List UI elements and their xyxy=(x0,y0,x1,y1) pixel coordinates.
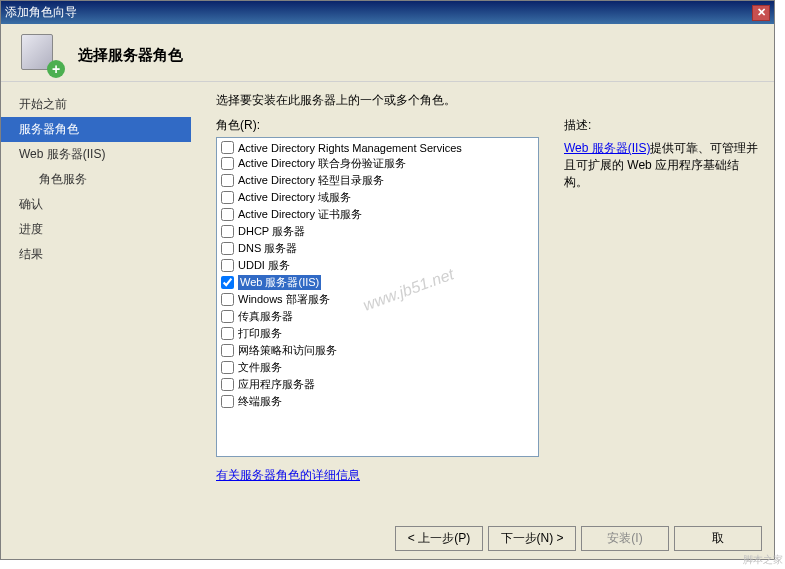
main-panel: 选择要安装在此服务器上的一个或多个角色。 角色(R): Active Direc… xyxy=(191,82,774,522)
more-info-link[interactable]: 有关服务器角色的详细信息 xyxy=(216,467,539,484)
role-label: 传真服务器 xyxy=(238,309,293,324)
header: + 选择服务器角色 xyxy=(1,24,774,82)
role-checkbox[interactable] xyxy=(221,395,234,408)
role-checkbox[interactable] xyxy=(221,259,234,272)
role-label: Active Directory 证书服务 xyxy=(238,207,362,222)
role-label: Active Directory 轻型目录服务 xyxy=(238,173,384,188)
role-checkbox[interactable] xyxy=(221,327,234,340)
role-item[interactable]: 终端服务 xyxy=(219,393,536,410)
sidebar-item[interactable]: 角色服务 xyxy=(1,167,191,192)
sidebar-item[interactable]: 确认 xyxy=(1,192,191,217)
role-checkbox[interactable] xyxy=(221,242,234,255)
role-label: DNS 服务器 xyxy=(238,241,297,256)
role-checkbox[interactable] xyxy=(221,378,234,391)
cancel-button[interactable]: 取 xyxy=(674,526,762,551)
role-label: 打印服务 xyxy=(238,326,282,341)
role-label: Active Directory 域服务 xyxy=(238,190,351,205)
role-item[interactable]: 应用程序服务器 xyxy=(219,376,536,393)
role-item[interactable]: Active Directory 联合身份验证服务 xyxy=(219,155,536,172)
role-item[interactable]: Web 服务器(IIS) xyxy=(219,274,536,291)
role-label: UDDI 服务 xyxy=(238,258,290,273)
footer-buttons: < 上一步(P) 下一步(N) > 安装(I) 取 xyxy=(395,526,762,551)
role-checkbox[interactable] xyxy=(221,361,234,374)
role-checkbox[interactable] xyxy=(221,310,234,323)
role-checkbox[interactable] xyxy=(221,174,234,187)
role-item[interactable]: Active Directory 域服务 xyxy=(219,189,536,206)
role-item[interactable]: 传真服务器 xyxy=(219,308,536,325)
role-checkbox[interactable] xyxy=(221,276,234,289)
corner-watermark: 脚本之家 xyxy=(743,553,783,560)
role-item[interactable]: 打印服务 xyxy=(219,325,536,342)
role-label: 终端服务 xyxy=(238,394,282,409)
sidebar-item[interactable]: Web 服务器(IIS) xyxy=(1,142,191,167)
role-item[interactable]: Active Directory Rights Management Servi… xyxy=(219,140,536,155)
server-add-icon: + xyxy=(21,34,63,76)
description-link[interactable]: Web 服务器(IIS) xyxy=(564,141,650,155)
instruction-text: 选择要安装在此服务器上的一个或多个角色。 xyxy=(216,92,759,109)
role-label: DHCP 服务器 xyxy=(238,224,305,239)
role-item[interactable]: 文件服务 xyxy=(219,359,536,376)
window-title: 添加角色向导 xyxy=(5,4,77,21)
role-checkbox[interactable] xyxy=(221,225,234,238)
next-button[interactable]: 下一步(N) > xyxy=(488,526,576,551)
wizard-window: 添加角色向导 ✕ + 选择服务器角色 开始之前服务器角色Web 服务器(IIS)… xyxy=(0,0,775,560)
role-item[interactable]: UDDI 服务 xyxy=(219,257,536,274)
sidebar-item[interactable]: 进度 xyxy=(1,217,191,242)
sidebar-item[interactable]: 服务器角色 xyxy=(1,117,191,142)
role-item[interactable]: 网络策略和访问服务 xyxy=(219,342,536,359)
close-button[interactable]: ✕ xyxy=(752,5,770,21)
role-checkbox[interactable] xyxy=(221,344,234,357)
role-item[interactable]: Windows 部署服务 xyxy=(219,291,536,308)
role-label: Web 服务器(IIS) xyxy=(238,275,321,290)
role-item[interactable]: Active Directory 证书服务 xyxy=(219,206,536,223)
role-label: Active Directory 联合身份验证服务 xyxy=(238,156,406,171)
install-button: 安装(I) xyxy=(581,526,669,551)
description-text: Web 服务器(IIS)提供可靠、可管理并且可扩展的 Web 应用程序基础结构。 xyxy=(564,140,759,191)
role-item[interactable]: Active Directory 轻型目录服务 xyxy=(219,172,536,189)
role-checkbox[interactable] xyxy=(221,191,234,204)
role-label: 应用程序服务器 xyxy=(238,377,315,392)
role-checkbox[interactable] xyxy=(221,208,234,221)
role-checkbox[interactable] xyxy=(221,141,234,154)
titlebar: 添加角色向导 ✕ xyxy=(1,1,774,24)
role-label: 网络策略和访问服务 xyxy=(238,343,337,358)
role-checkbox[interactable] xyxy=(221,293,234,306)
sidebar: 开始之前服务器角色Web 服务器(IIS)角色服务确认进度结果 xyxy=(1,82,191,522)
sidebar-item[interactable]: 结果 xyxy=(1,242,191,267)
role-label: 文件服务 xyxy=(238,360,282,375)
role-item[interactable]: DHCP 服务器 xyxy=(219,223,536,240)
body: 开始之前服务器角色Web 服务器(IIS)角色服务确认进度结果 选择要安装在此服… xyxy=(1,82,774,522)
page-title: 选择服务器角色 xyxy=(78,46,183,65)
description-label: 描述: xyxy=(564,117,759,134)
roles-list[interactable]: Active Directory Rights Management Servi… xyxy=(216,137,539,457)
role-label: Windows 部署服务 xyxy=(238,292,330,307)
prev-button[interactable]: < 上一步(P) xyxy=(395,526,483,551)
roles-label: 角色(R): xyxy=(216,117,539,134)
role-item[interactable]: DNS 服务器 xyxy=(219,240,536,257)
sidebar-item[interactable]: 开始之前 xyxy=(1,92,191,117)
role-label: Active Directory Rights Management Servi… xyxy=(238,142,462,154)
role-checkbox[interactable] xyxy=(221,157,234,170)
